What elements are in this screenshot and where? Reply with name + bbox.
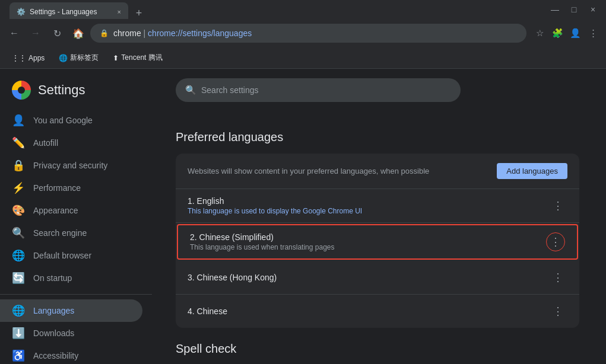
- tab-favicon: ⚙️: [17, 8, 25, 16]
- sidebar-label-on-startup: On startup: [33, 273, 72, 283]
- tab-title: Settings - Languages: [30, 8, 97, 16]
- sidebar-title: Settings: [38, 82, 85, 98]
- close-window-button[interactable]: ×: [585, 1, 601, 18]
- lang-info-2: 2. Chinese (Simplified) This language is…: [190, 232, 546, 251]
- home-button[interactable]: 🏠: [69, 24, 88, 43]
- bookmark-apps-label: Apps: [28, 54, 45, 62]
- privacy-icon: 🔒: [12, 159, 24, 172]
- address-bar[interactable]: 🔒 chrome | chrome://settings/languages: [90, 24, 526, 43]
- you-google-icon: 👤: [12, 114, 24, 127]
- downloads-icon: ⬇️: [12, 327, 24, 340]
- extension-puzzle-button[interactable]: 🧩: [549, 25, 566, 41]
- address-bar-row: ← → ↻ 🏠 🔒 chrome | chrome://settings/lan…: [0, 19, 606, 47]
- lang-menu-button-3[interactable]: ⋮: [548, 268, 567, 287]
- default-browser-icon: 🌐: [12, 249, 24, 262]
- search-icon: 🔍: [185, 85, 196, 95]
- bookmark-tencent[interactable]: ⬆ Tencent 腾讯: [108, 50, 167, 65]
- sidebar-item-on-startup[interactable]: 🔄 On startup: [0, 267, 142, 289]
- newtab-icon: 🌐: [59, 54, 68, 62]
- window-controls: — □ ×: [547, 1, 601, 18]
- profile-button[interactable]: 👤: [567, 25, 583, 41]
- apps-icon: ⋮⋮: [12, 54, 26, 62]
- close-tab-button[interactable]: ×: [118, 8, 121, 15]
- bookmark-apps[interactable]: ⋮⋮ Apps: [7, 52, 49, 65]
- address-text: chrome | chrome://settings/languages: [113, 28, 252, 38]
- sidebar-label-search: Search engine: [33, 228, 87, 238]
- bookmarks-bar: ⋮⋮ Apps 🌐 新标签页 ⬆ Tencent 腾讯: [0, 47, 606, 69]
- lang-info-4: 4. Chinese: [188, 306, 548, 316]
- bookmark-newtab[interactable]: 🌐 新标签页: [54, 50, 103, 65]
- on-startup-icon: 🔄: [12, 272, 24, 285]
- sidebar-item-autofill[interactable]: ✏️ Autofill: [0, 132, 142, 154]
- maximize-button[interactable]: □: [566, 1, 582, 18]
- lang-name-3: 3. Chinese (Hong Kong): [188, 273, 548, 282]
- preferred-languages-title: Preferred languages: [176, 130, 579, 144]
- forward-button[interactable]: →: [26, 24, 45, 43]
- toolbar-icons: ☆ 🧩 👤 ⋮: [531, 25, 601, 41]
- sidebar-label-performance: Performance: [33, 183, 81, 193]
- content-area: Settings 👤 You and Google ✏️ Autofill 🔒 …: [0, 69, 606, 364]
- sidebar-divider-1: [0, 294, 152, 295]
- lang-name-2: 2. Chinese (Simplified): [190, 232, 546, 242]
- appearance-icon: 🎨: [12, 204, 24, 217]
- bookmark-star-button[interactable]: ☆: [531, 25, 548, 41]
- sidebar-label-appearance: Appearance: [33, 206, 78, 215]
- menu-button[interactable]: ⋮: [585, 25, 601, 41]
- chrome-logo: [12, 81, 31, 100]
- sidebar-item-languages[interactable]: 🌐 Languages: [0, 299, 142, 322]
- sidebar-item-performance[interactable]: ⚡ Performance: [0, 177, 142, 199]
- sidebar-item-appearance[interactable]: 🎨 Appearance: [0, 199, 142, 222]
- lang-menu-button-1[interactable]: ⋮: [548, 196, 567, 215]
- sidebar-label-accessibility: Accessibility: [33, 351, 78, 360]
- lang-subtitle-2: This language is used when translating p…: [190, 243, 546, 251]
- settings-search-container: 🔍: [176, 78, 461, 102]
- search-input[interactable]: [201, 85, 451, 95]
- reload-button[interactable]: ↻: [47, 24, 66, 43]
- lang-menu-button-2[interactable]: ⋮: [546, 232, 565, 251]
- lang-info-1: 1. English This language is used to disp…: [188, 196, 548, 215]
- language-item-2: 2. Chinese (Simplified) This language is…: [177, 224, 578, 260]
- sidebar-label-autofill: Autofill: [33, 138, 58, 148]
- sidebar-label-you-google: You and Google: [33, 116, 93, 125]
- lang-name-4: 4. Chinese: [188, 306, 548, 316]
- lock-icon: 🔒: [100, 29, 109, 37]
- spell-check-title: Spell check: [176, 342, 579, 356]
- sidebar: Settings 👤 You and Google ✏️ Autofill 🔒 …: [0, 69, 152, 364]
- add-languages-button[interactable]: Add languages: [497, 163, 567, 179]
- lang-name-1: 1. English: [188, 196, 548, 206]
- sidebar-item-downloads[interactable]: ⬇️ Downloads: [0, 322, 142, 344]
- sidebar-item-search-engine[interactable]: 🔍 Search engine: [0, 222, 142, 244]
- sidebar-item-you-google[interactable]: 👤 You and Google: [0, 109, 142, 132]
- back-button[interactable]: ←: [5, 24, 24, 43]
- search-row: 🔍: [152, 69, 606, 111]
- sidebar-label-downloads: Downloads: [33, 328, 74, 338]
- sidebar-label-privacy: Privacy and security: [33, 161, 107, 170]
- accessibility-icon: ♿: [12, 349, 24, 362]
- sidebar-item-privacy-security[interactable]: 🔒 Privacy and security: [0, 154, 142, 177]
- sidebar-header: Settings: [0, 74, 152, 109]
- sidebar-label-languages: Languages: [33, 306, 74, 315]
- tab-bar: ⚙️ Settings - Languages × +: [5, 0, 542, 21]
- language-item-4: 4. Chinese ⋮: [176, 295, 579, 328]
- lang-info-3: 3. Chinese (Hong Kong): [188, 273, 548, 282]
- performance-icon: ⚡: [12, 181, 24, 194]
- lang-menu-button-4[interactable]: ⋮: [548, 302, 567, 321]
- lang-subtitle-1: This language is used to display the Goo…: [188, 207, 548, 215]
- sidebar-item-default-browser[interactable]: 🌐 Default browser: [0, 244, 142, 267]
- spell-check-section: Spell check Check for spelling errors wh…: [176, 342, 579, 364]
- minimize-button[interactable]: —: [547, 1, 563, 18]
- search-engine-icon: 🔍: [12, 226, 24, 240]
- sidebar-item-accessibility[interactable]: ♿ Accessibility: [0, 344, 142, 364]
- settings-content: Preferred languages Websites will show c…: [152, 111, 603, 364]
- language-item-1: 1. English This language is used to disp…: [176, 189, 579, 223]
- sidebar-label-default-browser: Default browser: [33, 251, 91, 260]
- bookmark-newtab-label: 新标签页: [70, 53, 99, 63]
- title-bar: ⚙️ Settings - Languages × + — □ ×: [0, 0, 606, 19]
- preferred-languages-section: Preferred languages Websites will show c…: [176, 130, 579, 328]
- languages-card: Websites will show content in your prefe…: [176, 154, 579, 328]
- autofill-icon: ✏️: [12, 136, 24, 149]
- languages-subtitle: Websites will show content in your prefe…: [188, 167, 429, 175]
- bookmark-tencent-label: Tencent 腾讯: [121, 53, 162, 63]
- settings-main: 🔍 Preferred languages Websites will show…: [152, 69, 606, 364]
- languages-card-header: Websites will show content in your prefe…: [176, 154, 579, 189]
